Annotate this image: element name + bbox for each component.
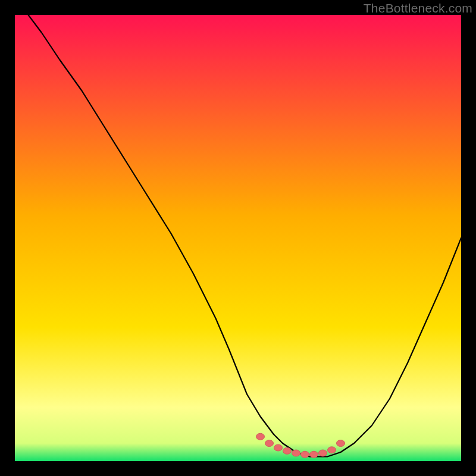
marker-dot bbox=[337, 440, 345, 447]
marker-dot bbox=[283, 447, 292, 454]
marker-dot bbox=[319, 450, 327, 456]
marker-dot bbox=[265, 440, 274, 447]
marker-dot bbox=[292, 450, 300, 456]
marker-dot bbox=[301, 451, 309, 458]
marker-dot bbox=[310, 451, 318, 458]
gradient-background bbox=[15, 15, 461, 461]
marker-dot bbox=[274, 444, 283, 451]
watermark-text: TheBottleneck.com bbox=[364, 1, 472, 15]
marker-dot bbox=[256, 433, 265, 440]
bottleneck-chart bbox=[15, 15, 461, 461]
marker-dot bbox=[328, 447, 336, 453]
chart-frame: TheBottleneck.com bbox=[0, 0, 476, 476]
